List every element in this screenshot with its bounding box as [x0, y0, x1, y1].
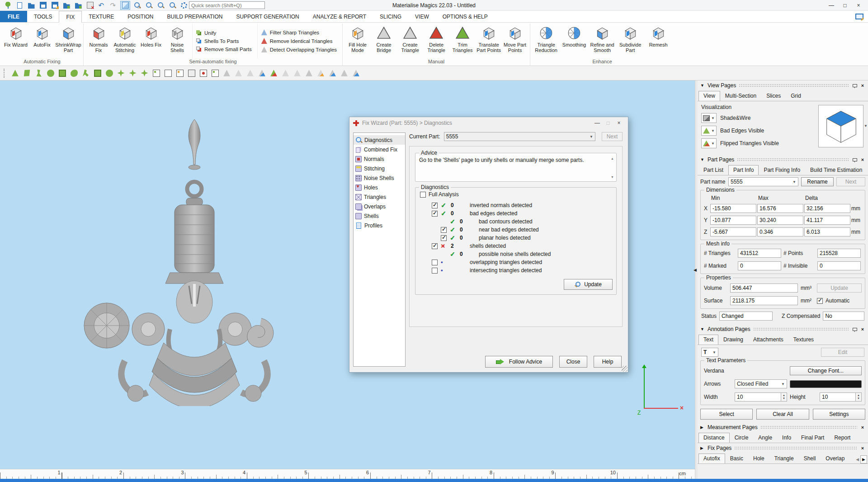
next-part-button[interactable]: Next [602, 132, 623, 141]
menu-slicing[interactable]: SLICING [373, 11, 408, 22]
tab-part-fixing-info[interactable]: Part Fixing Info [759, 165, 805, 175]
select-button[interactable]: Select [700, 409, 753, 420]
trim-triangles-button[interactable]: Trim Triangles [449, 24, 476, 58]
menu-view[interactable]: VIEW [408, 11, 436, 22]
current-part-select[interactable]: 5555 ▼ [444, 132, 595, 141]
collapse-section-icon[interactable]: ▼ [700, 157, 705, 162]
tab-triangle[interactable]: Triangle [769, 454, 799, 463]
unify-button[interactable]: Unify [196, 30, 252, 36]
tab-part-info[interactable]: Part Info [728, 165, 759, 175]
fixwizard-page-diagnostics[interactable]: Diagnostics [354, 135, 405, 145]
tab-drawing[interactable]: Drawing [718, 335, 748, 345]
tab-distance[interactable]: Distance [698, 433, 730, 443]
viewport-3d[interactable]: Z × Fix Wizard (Part: 5555) > Diagnostic… [0, 80, 695, 469]
refine-and-smooth-button[interactable]: Refine and Smooth [588, 24, 616, 58]
maximize-button[interactable]: □ [838, 2, 852, 9]
clear-all-button[interactable]: Clear All [756, 409, 809, 420]
model-3d[interactable] [81, 117, 280, 406]
fixwizard-page-noise-shells[interactable]: Noise Shells [354, 173, 405, 183]
width-stepper[interactable]: ▲▼ [735, 392, 787, 402]
expand-section-icon[interactable]: ▶ [700, 425, 705, 430]
dialog-resize-grip[interactable] [622, 366, 627, 372]
tab-autofix[interactable]: Autofix [698, 454, 725, 463]
close-icon[interactable]: × [860, 83, 865, 88]
help-button[interactable]: Help [594, 356, 622, 368]
tab-build-time-estimation[interactable]: Build Time Estimation [805, 165, 867, 175]
subdivide-part-button[interactable]: Subdivide Part [616, 24, 644, 58]
move-part-points-button[interactable]: Move Part Points [502, 24, 528, 58]
smoothing-button[interactable]: Smoothing [560, 24, 588, 58]
fill-hole-mode-button[interactable]: Fill Hole Mode [344, 24, 371, 58]
menu-tools[interactable]: TOOLS [27, 11, 59, 22]
tab-final-part[interactable]: Final Part [796, 433, 829, 443]
next-button[interactable]: Next [836, 177, 865, 186]
automatic-stitching-button[interactable]: Automatic Stitching [112, 24, 138, 58]
dimension-min-field[interactable] [710, 227, 756, 236]
menu-position[interactable]: POSITION [121, 11, 160, 22]
rename-button[interactable]: Rename [801, 177, 834, 186]
dimension-max-field[interactable] [757, 216, 803, 225]
close-button[interactable]: Close [559, 356, 587, 368]
close-icon[interactable]: × [860, 425, 865, 430]
height-stepper[interactable]: ▲▼ [820, 392, 862, 402]
close-icon[interactable]: × [860, 445, 865, 451]
triangle-reduction-button[interactable]: Triangle Reduction [532, 24, 560, 58]
tab-basic[interactable]: Basic [725, 454, 748, 463]
tab-grid[interactable]: Grid [786, 91, 806, 101]
dimension-min-field[interactable] [710, 216, 756, 225]
tab-textures[interactable]: Textures [788, 335, 819, 345]
spinner-arrows-icon[interactable]: ▲▼ [856, 392, 862, 402]
full-analysis-checkbox[interactable] [420, 192, 426, 198]
orientation-cube[interactable] [818, 105, 863, 147]
holes-fix-button[interactable]: Holes Fix [138, 24, 164, 58]
dimension-delta-field[interactable] [804, 204, 850, 213]
delete-triangle-button[interactable]: Delete Triangle [423, 24, 449, 58]
diagnostic-checkbox[interactable] [432, 211, 438, 217]
tab-scroll-left-icon[interactable]: ◀ [854, 456, 860, 463]
filter-sharp-triangles-button[interactable]: Filter Sharp Triangles [261, 29, 337, 35]
dimension-max-field[interactable] [757, 227, 803, 236]
dialog-titlebar[interactable]: Fix Wizard (Part: 5555) > Diagnostics —□… [349, 117, 628, 129]
tab-multi-section[interactable]: Multi-Section [720, 91, 761, 101]
pin-icon[interactable] [852, 83, 857, 88]
tab-attachments[interactable]: Attachments [748, 335, 788, 345]
diagnostic-checkbox[interactable] [432, 268, 438, 274]
dimension-max-field[interactable] [757, 204, 803, 213]
text-tool-select[interactable]: T ▼ [701, 348, 718, 357]
shells-to-parts-button[interactable]: Shells To Parts [196, 38, 252, 44]
tab-angle[interactable]: Angle [753, 433, 777, 443]
update-volume-button[interactable]: Update [817, 284, 862, 293]
fixwizard-page-triangles[interactable]: Triangles [354, 192, 405, 202]
tab-scroll-right-icon[interactable]: ▶ [860, 455, 867, 463]
pin-icon[interactable] [852, 327, 857, 332]
change-font-button[interactable]: Change Font... [790, 366, 862, 375]
surface-field[interactable] [730, 296, 798, 305]
dialog-minimize-button[interactable]: — [592, 120, 603, 126]
invisible-count-field[interactable] [817, 261, 861, 270]
tab-part-list[interactable]: Part List [698, 165, 728, 175]
menu-options-help[interactable]: OPTIONS & HELP [436, 11, 495, 22]
menu-texture[interactable]: TEXTURE [82, 11, 121, 22]
create-triangle-button[interactable]: Create Triangle [397, 24, 423, 58]
dimension-delta-field[interactable] [804, 227, 850, 236]
status-field[interactable] [719, 312, 773, 321]
part-name-select[interactable]: 5555 ▼ [728, 177, 798, 186]
collapse-panel-icon[interactable]: ◀ [693, 268, 697, 272]
arrow-color-swatch[interactable] [790, 380, 862, 388]
tab-report[interactable]: Report [829, 433, 855, 443]
update-button[interactable]: Update [564, 279, 613, 290]
automatic-checkbox[interactable] [817, 298, 823, 304]
diagnostic-checkbox[interactable] [432, 243, 438, 249]
shrinkwrap-part-button[interactable]: ShrinkWrap Part [55, 24, 81, 58]
tab-fix-more[interactable]: F [849, 454, 854, 463]
close-icon[interactable]: × [860, 326, 865, 332]
close-button[interactable]: × [852, 2, 865, 9]
menu-file[interactable]: FILE [0, 11, 27, 22]
fixwizard-page-normals[interactable]: Normals [354, 154, 405, 164]
menu-support-generation[interactable]: SUPPORT GENERATION [229, 11, 306, 22]
dimension-min-field[interactable] [710, 204, 756, 213]
collapse-section-icon[interactable]: ▼ [700, 327, 705, 331]
translate-part-points-button[interactable]: Translate Part Points [476, 24, 502, 58]
preview-dropdown-icon[interactable]: ▼ [864, 124, 868, 128]
expand-section-icon[interactable]: ▶ [700, 446, 705, 450]
